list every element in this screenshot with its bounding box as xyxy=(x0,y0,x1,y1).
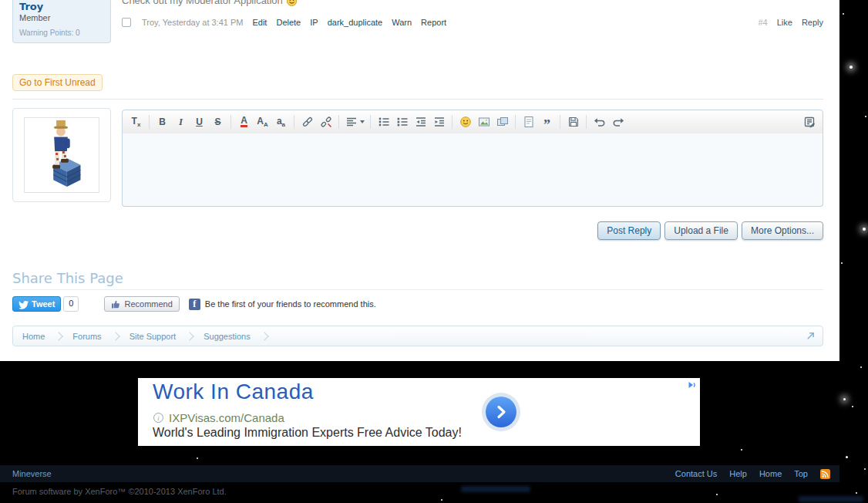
bold-button[interactable]: B xyxy=(153,113,171,131)
unlink-icon xyxy=(320,116,332,128)
avatar-image xyxy=(25,118,97,191)
post-select-checkbox[interactable] xyxy=(122,18,131,27)
ad-tagline[interactable]: World's Leading Immigration Experts Free… xyxy=(153,426,462,440)
avatar[interactable] xyxy=(24,117,99,193)
star xyxy=(841,262,843,264)
quote-icon: ” xyxy=(543,116,550,128)
breadcrumb-site-support[interactable]: Site Support xyxy=(120,332,186,341)
unordered-list-button[interactable] xyxy=(375,113,392,131)
save-disk-icon xyxy=(567,116,580,128)
toggle-bb-code-button[interactable] xyxy=(800,113,818,131)
facebook-social-text: Be the first of your friends to recommen… xyxy=(205,299,376,309)
post-report-link[interactable]: Report xyxy=(421,18,446,27)
reply-actions-row: Post Reply Upload a File More Options... xyxy=(122,221,823,240)
post-warn-link[interactable]: Warn xyxy=(392,18,412,27)
font-size-button[interactable]: AA xyxy=(254,113,271,131)
smile-emoji-icon xyxy=(286,0,298,7)
outdent-icon xyxy=(415,116,427,128)
redo-icon xyxy=(612,116,624,128)
breadcrumb-home[interactable]: Home xyxy=(13,332,54,341)
star xyxy=(197,457,198,459)
strikethrough-button[interactable]: S xyxy=(209,113,227,131)
font-family-button[interactable]: aa xyxy=(272,113,290,131)
like-link[interactable]: Like xyxy=(777,18,792,27)
tweet-button[interactable]: Tweet xyxy=(12,296,61,312)
insert-image-button[interactable] xyxy=(475,113,493,131)
smiley-icon xyxy=(459,116,472,128)
outdent-button[interactable] xyxy=(412,113,429,131)
ad-banner[interactable]: Work In Canada i IXPVisas.com/Canada Wor… xyxy=(138,378,700,446)
bb-code-editor-icon xyxy=(803,116,816,128)
author-user-title: Member xyxy=(19,13,104,22)
italic-button[interactable]: I xyxy=(172,113,190,131)
ad-headline[interactable]: Work In Canada xyxy=(153,380,314,404)
footer-top-link[interactable]: Top xyxy=(794,469,808,478)
rss-feed-button[interactable] xyxy=(820,469,830,479)
reply-link[interactable]: Reply xyxy=(802,18,823,27)
faint-credit-text xyxy=(461,486,530,492)
redo-button[interactable] xyxy=(609,113,627,131)
smilies-button[interactable] xyxy=(456,113,474,131)
twitter-bird-icon xyxy=(19,299,29,309)
insert-media-button[interactable] xyxy=(493,113,511,131)
info-icon[interactable]: i xyxy=(153,413,163,423)
post-reply-button[interactable]: Post Reply xyxy=(597,221,661,240)
unordered-list-icon xyxy=(378,116,390,128)
star xyxy=(741,449,742,451)
quote-button[interactable]: ” xyxy=(538,113,556,131)
unlink-button[interactable] xyxy=(317,113,335,131)
ordered-list-button[interactable] xyxy=(393,113,411,131)
text-color-button[interactable]: A xyxy=(235,113,253,131)
chevron-right-icon xyxy=(55,332,63,340)
post-message-text: Check out my Moderator Application xyxy=(122,0,283,7)
author-username[interactable]: Troy xyxy=(19,1,104,12)
more-options-button[interactable]: More Options... xyxy=(742,221,823,240)
strikethrough-icon: S xyxy=(214,116,220,127)
post-ip-link[interactable]: IP xyxy=(310,18,318,27)
jump-to-navigation-icon[interactable] xyxy=(804,330,816,343)
alignment-button[interactable] xyxy=(343,113,366,131)
divider xyxy=(12,99,823,100)
drafts-save-button[interactable] xyxy=(564,113,582,131)
code-page-icon xyxy=(523,116,535,128)
remove-formatting-button[interactable]: Tx xyxy=(127,113,145,131)
ad-arrow-button[interactable] xyxy=(486,397,516,427)
thumbs-up-icon xyxy=(111,299,121,309)
post-delete-link[interactable]: Delete xyxy=(276,18,301,27)
post-date-permalink[interactable]: Troy, Yesterday at 3:41 PM xyxy=(142,18,243,27)
chevron-right-icon xyxy=(495,404,507,420)
toolbar-separator xyxy=(230,115,231,129)
ad-display-url[interactable]: IXPVisas.com/Canada xyxy=(169,411,284,424)
footer-contact-us-link[interactable]: Contact Us xyxy=(675,469,717,478)
code-button[interactable] xyxy=(520,113,537,131)
star xyxy=(864,468,866,470)
star xyxy=(865,116,866,117)
insert-link-button[interactable] xyxy=(298,113,316,131)
footer-home-link[interactable]: Home xyxy=(759,469,782,478)
font-family-icon: aa xyxy=(277,116,285,128)
author-warning-points: Warning Points: 0 xyxy=(19,29,104,37)
adchoices-icon[interactable] xyxy=(687,380,698,391)
breadcrumb-suggestions[interactable]: Suggestions xyxy=(194,332,260,341)
warning-points-value: 0 xyxy=(76,29,80,37)
ad-url-row: i IXPVisas.com/Canada xyxy=(153,411,284,424)
tweet-count[interactable]: 0 xyxy=(63,296,79,312)
post-number[interactable]: #4 xyxy=(758,18,767,27)
share-row: Tweet 0 Recommend f Be the first of your… xyxy=(12,295,376,312)
share-this-page-heading: Share This Page xyxy=(12,270,123,286)
upload-file-button[interactable]: Upload a File xyxy=(664,221,738,240)
post-edit-link[interactable]: Edit xyxy=(252,18,267,27)
footer-help-link[interactable]: Help xyxy=(729,469,747,478)
indent-button[interactable] xyxy=(430,113,448,131)
breadcrumb-forums[interactable]: Forums xyxy=(63,332,110,341)
font-size-icon: AA xyxy=(257,116,267,128)
footer-links: Contact Us Help Home Top xyxy=(675,469,830,479)
underline-icon: U xyxy=(196,116,203,127)
go-to-first-unread-button[interactable]: Go to First Unread xyxy=(12,74,103,91)
undo-button[interactable] xyxy=(590,113,608,131)
facebook-recommend-button[interactable]: Recommend xyxy=(104,296,179,312)
underline-button[interactable]: U xyxy=(190,113,208,131)
facebook-icon: f xyxy=(189,299,200,310)
editor-textarea[interactable] xyxy=(122,133,823,207)
post-dark-duplicate-link[interactable]: dark_duplicate xyxy=(328,18,383,27)
